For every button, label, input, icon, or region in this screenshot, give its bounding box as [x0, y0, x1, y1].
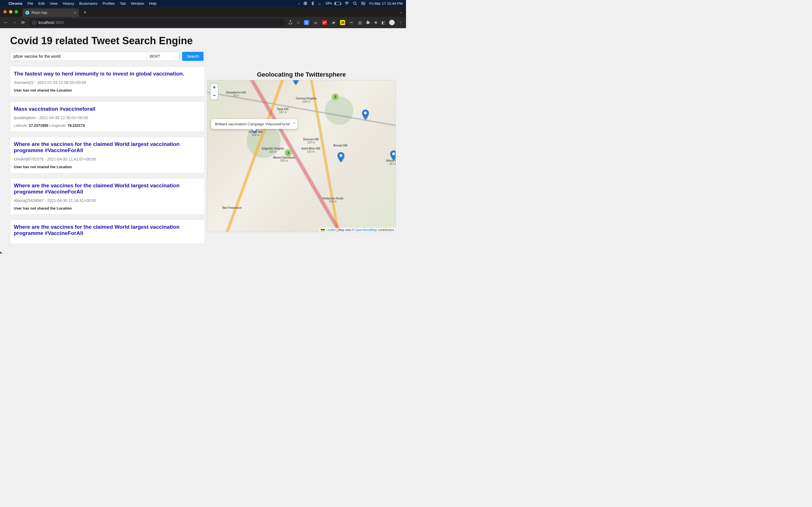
control-center-icon[interactable] — [361, 2, 365, 5]
svg-point-11 — [392, 152, 395, 155]
globe-icon[interactable]: 🌐︎ — [304, 1, 307, 6]
reload-button[interactable]: ⟳ — [20, 20, 26, 25]
maximize-window-button[interactable] — [15, 10, 18, 13]
address-bar[interactable]: i localhost:3000 — [29, 18, 285, 27]
map-column: Geolocating the Twittersphere + − Leafle… — [207, 66, 396, 244]
close-window-button[interactable] — [3, 10, 7, 13]
leaf-icon[interactable]: ❀ — [374, 20, 377, 25]
extension-ublock-icon[interactable]: uᴰ — [322, 20, 327, 25]
result-meta: Suenami22 - 2021-01-29 12:06:33+00:00 — [14, 80, 201, 85]
map-cluster[interactable]: 3 — [285, 149, 292, 157]
menu-bookmarks[interactable]: Bookmarks — [79, 1, 98, 6]
url-port: :3000 — [54, 20, 64, 25]
map-cluster[interactable]: 2 — [332, 93, 339, 101]
zoom-in-button[interactable]: + — [211, 83, 218, 92]
svg-point-10 — [340, 154, 342, 157]
menu-window[interactable]: Window — [131, 1, 144, 6]
side-panel-icon[interactable]: ◧ — [382, 20, 385, 25]
map-zoom-control: + − — [210, 83, 218, 100]
battery-icon[interactable] — [335, 2, 341, 5]
extension-google-icon[interactable]: G — [304, 20, 309, 25]
bluetooth-icon[interactable] — [311, 1, 314, 5]
app-name[interactable]: Chrome — [8, 1, 22, 6]
map-place-label: Edgehill Heights220 m — [262, 147, 284, 153]
result-card: The fastest way to herd immunity is to i… — [10, 66, 205, 97]
menu-tab[interactable]: Tab — [120, 1, 126, 6]
new-tab-button[interactable]: + — [81, 10, 89, 15]
result-card: Mass vaccination #vaccineforallipradeepk… — [10, 102, 205, 132]
clock[interactable]: Fri Mar 17 10:44 PM — [369, 1, 403, 6]
svg-rect-3 — [361, 2, 365, 3]
bookmark-star-icon[interactable]: ☆ — [296, 20, 300, 25]
extension-reader-icon[interactable]: ▭ — [313, 20, 318, 25]
chrome-menu-icon[interactable]: ⋮ — [399, 20, 403, 25]
profile-avatar[interactable] — [389, 20, 395, 25]
brightness-icon[interactable]: ☼ — [318, 1, 321, 6]
map-marker[interactable] — [390, 151, 396, 161]
menu-help[interactable]: Help — [149, 1, 157, 6]
extensions-puzzle-icon[interactable] — [366, 20, 370, 25]
svg-point-6 — [363, 4, 364, 4]
tab-bar: React App × + ⌄ — [0, 7, 406, 17]
toolbar-right: ☆ G ▭ uᴰ 🪐 JS 〰 ▤ ❀ ◧ ⋮ — [289, 20, 403, 25]
model-select[interactable]: BERT ⌄ — [147, 52, 179, 61]
map-marker[interactable] — [292, 80, 299, 85]
osm-link[interactable]: OpenStreetMap — [355, 228, 377, 231]
svg-point-0 — [347, 4, 347, 5]
extension-misc-icon[interactable]: 〰 — [349, 20, 354, 25]
menu-history[interactable]: History — [63, 1, 74, 6]
result-title[interactable]: Where are the vaccines for the claimed W… — [14, 182, 201, 195]
map-place-label: Gold Mine Hill132 m — [301, 147, 320, 153]
search-input[interactable] — [10, 52, 147, 61]
map-place-label: Tank Hill182 m — [277, 108, 289, 114]
close-tab-button[interactable]: × — [74, 10, 76, 15]
result-title[interactable]: Where are the vaccines for the claimed W… — [14, 141, 201, 154]
result-title[interactable]: The fastest way to herd immunity is to i… — [14, 71, 201, 77]
menu-profiles[interactable]: Profiles — [103, 1, 115, 6]
map-place-label: Visitacion Knob158 m — [322, 197, 343, 203]
map-attribution: Leaflet | Map data © OpenStreetMap contr… — [319, 228, 396, 232]
svg-line-2 — [356, 4, 357, 5]
macos-menubar: Chrome File Edit View History Bookmarks … — [0, 0, 406, 7]
svg-point-1 — [353, 2, 356, 4]
leaflet-link[interactable]: Leaflet — [326, 228, 336, 231]
chevron-down-icon: ⌄ — [174, 55, 176, 58]
map-place-label: Bernal Hill — [334, 144, 347, 147]
share-icon[interactable] — [289, 20, 292, 25]
wifi-icon[interactable] — [345, 2, 349, 5]
result-meta: ipradeepkmr - 2021-04-30 12:35:01+00:00 — [14, 115, 201, 120]
search-button[interactable]: Search — [182, 52, 204, 61]
extension-js-icon[interactable]: JS — [340, 20, 345, 25]
browser-tab[interactable]: React App × — [22, 8, 79, 17]
tab-overflow-button[interactable]: ⌄ — [399, 10, 406, 14]
back-button[interactable]: ← — [3, 20, 8, 25]
menu-file[interactable]: File — [28, 1, 33, 6]
map-popup: ×Brilliant vaccination Campaign #Vaccine… — [211, 119, 297, 129]
search-icon[interactable] — [353, 1, 357, 5]
popup-close-button[interactable]: × — [293, 121, 295, 125]
map-place-label: San Francisco — [222, 206, 241, 209]
map-place-label: Strawberry Hill29 m — [226, 91, 246, 97]
page-content: Covid 19 related Tweet Search Engine BER… — [0, 28, 406, 253]
result-title[interactable]: Where are the vaccines for the claimed W… — [14, 224, 201, 236]
minimize-window-button[interactable] — [9, 10, 12, 13]
extension-saturn-icon[interactable]: 🪐 — [331, 20, 336, 25]
site-info-icon[interactable]: i — [32, 20, 36, 25]
map[interactable]: + − Leaflet | Map data © OpenStreetMap c… — [207, 80, 396, 232]
map-marker[interactable] — [362, 110, 369, 120]
menu-view[interactable]: View — [50, 1, 57, 6]
extension-note-icon[interactable]: ▤ — [358, 20, 362, 25]
page-title: Covid 19 related Tweet Search Engine — [10, 35, 396, 47]
zoom-out-button[interactable]: − — [211, 92, 218, 100]
forward-button[interactable]: → — [12, 20, 17, 25]
result-location: User has not shared the Location — [14, 165, 201, 169]
chevron-left-icon[interactable]: ‹ — [298, 1, 299, 6]
result-title[interactable]: Mass vaccination #vaccineforall — [14, 106, 201, 112]
map-place-label: Duncan Hill130 m — [303, 138, 319, 144]
battery-percent: 18% — [325, 1, 332, 5]
map-place-label: Corona Heights158 m — [296, 97, 317, 103]
map-title: Geolocating the Twittersphere — [207, 71, 396, 78]
result-meta: Abinraj23428567 - 2021-04-30 11:16:41+00… — [14, 198, 201, 203]
menu-edit[interactable]: Edit — [38, 1, 45, 6]
map-marker[interactable] — [338, 152, 344, 162]
